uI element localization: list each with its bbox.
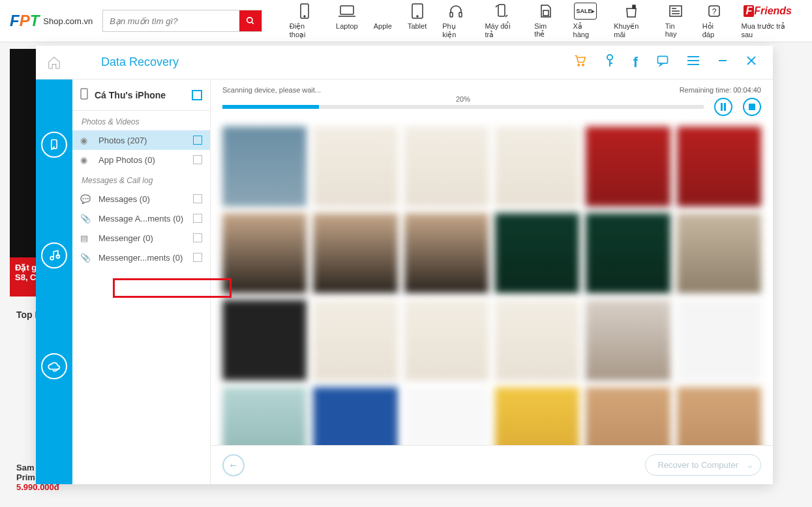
- svg-point-19: [578, 64, 580, 66]
- device-checkbox[interactable]: [192, 90, 202, 100]
- svg-rect-10: [498, 5, 505, 16]
- nav-promo[interactable]: Khuyến mãi: [606, 3, 657, 39]
- photo-thumb[interactable]: [404, 126, 489, 207]
- checkbox[interactable]: [193, 233, 202, 242]
- svg-rect-8: [450, 12, 453, 17]
- photo-thumb[interactable]: [495, 387, 579, 445]
- photo-thumb[interactable]: [222, 300, 307, 380]
- photo-thumb[interactable]: [404, 300, 489, 380]
- device-name: Cá Thu's iPhone: [95, 90, 166, 100]
- site-logo[interactable]: FPT Shop.com.vn: [10, 12, 93, 30]
- mode-itunes-icon[interactable]: [41, 242, 67, 268]
- svg-rect-12: [633, 5, 635, 8]
- search-input[interactable]: [103, 10, 239, 31]
- photo-thumb[interactable]: [495, 213, 579, 293]
- group-title: Photos & Videos: [72, 111, 210, 130]
- checkbox[interactable]: [193, 194, 202, 203]
- app-window: Data Recovery f Cá Thu's iPhone Photos &…: [36, 46, 773, 484]
- mode-icloud-icon[interactable]: [41, 353, 67, 379]
- site-header: FPT Shop.com.vn Điện thoại Laptop Apple …: [0, 0, 812, 42]
- photo-thumb[interactable]: [677, 213, 761, 293]
- feedback-icon[interactable]: [656, 54, 669, 70]
- category-sidebar: Cá Thu's iPhone Photos & Videos ◉ Photos…: [72, 80, 211, 484]
- key-icon[interactable]: [605, 54, 615, 70]
- camera-icon: ◉: [80, 155, 93, 165]
- sim-icon: [540, 3, 552, 20]
- photo-thumb[interactable]: [313, 387, 397, 445]
- nav-apple[interactable]: Apple: [366, 3, 400, 39]
- nav-phone[interactable]: Điện thoại: [282, 3, 328, 39]
- cat-msg-attachments[interactable]: 📎 Message A...ments (0): [72, 209, 210, 228]
- blue-sidebar: [36, 80, 72, 484]
- mode-device-icon[interactable]: [41, 132, 67, 158]
- nav-friends[interactable]: FFriendsMua trước trả sau: [733, 3, 802, 39]
- search-box: [102, 10, 262, 32]
- facebook-icon[interactable]: f: [633, 54, 638, 71]
- device-row[interactable]: Cá Thu's iPhone: [72, 80, 210, 111]
- app-title: Data Recovery: [101, 55, 179, 69]
- attachment-icon: 📎: [80, 253, 93, 263]
- progress-remaining: Remaining time: 00:04:40: [680, 86, 761, 94]
- photo-thumb[interactable]: [586, 387, 670, 445]
- nav-tablet[interactable]: Tablet: [400, 3, 434, 39]
- nav-news[interactable]: Tin hay: [657, 3, 695, 39]
- photo-thumb[interactable]: [677, 126, 761, 207]
- checkbox[interactable]: [193, 155, 202, 164]
- nav-exchange[interactable]: Máy đổi trả: [477, 3, 526, 39]
- laptop-icon: [338, 3, 355, 20]
- photo-thumb[interactable]: [313, 213, 397, 293]
- back-button[interactable]: ←: [222, 454, 245, 476]
- photo-thumb[interactable]: [586, 213, 670, 293]
- nav-accessories[interactable]: Phụ kiện: [434, 3, 477, 39]
- photo-thumb[interactable]: [677, 300, 761, 380]
- svg-rect-35: [721, 103, 723, 111]
- message-icon: 💬: [80, 194, 93, 204]
- checkbox[interactable]: [193, 253, 202, 262]
- phone-icon: [299, 3, 310, 20]
- menu-icon[interactable]: [687, 55, 699, 69]
- minimize-icon[interactable]: [717, 55, 728, 69]
- pause-button[interactable]: [714, 98, 732, 116]
- svg-point-7: [417, 16, 418, 17]
- sale-icon: SALE▸: [574, 3, 597, 20]
- cat-photos[interactable]: ◉ Photos (207): [72, 130, 210, 150]
- close-icon[interactable]: [746, 55, 757, 69]
- nav-laptop[interactable]: Laptop: [328, 3, 366, 39]
- friends-icon: FFriends: [744, 3, 792, 20]
- cart-icon[interactable]: [573, 54, 586, 70]
- home-button[interactable]: [36, 55, 72, 70]
- photo-thumb[interactable]: [222, 213, 307, 293]
- photo-thumb[interactable]: [404, 387, 489, 445]
- photo-thumb[interactable]: [495, 300, 579, 380]
- photo-thumb[interactable]: [313, 126, 397, 207]
- checkbox[interactable]: [193, 136, 202, 145]
- photo-thumb[interactable]: [586, 300, 670, 380]
- photo-thumb[interactable]: [677, 387, 761, 445]
- recover-button[interactable]: Recover to Computer: [645, 454, 761, 476]
- photo-thumb[interactable]: [222, 126, 307, 207]
- cat-messages[interactable]: 💬 Messages (0): [72, 189, 210, 209]
- question-icon: ?: [708, 3, 721, 20]
- svg-rect-24: [658, 56, 668, 63]
- cat-app-photos[interactable]: ◉ App Photos (0): [72, 150, 210, 169]
- nav-sim[interactable]: Sim thẻ: [526, 3, 565, 39]
- cat-messenger-attachments[interactable]: 📎 Messenger...ments (0): [72, 248, 210, 267]
- cat-messenger[interactable]: ▤ Messenger (0): [72, 228, 210, 248]
- photo-thumb[interactable]: [404, 213, 489, 293]
- top-nav: Điện thoại Laptop Apple Tablet Phụ kiện …: [282, 3, 802, 39]
- photo-thumb[interactable]: [313, 300, 397, 380]
- svg-rect-4: [340, 6, 353, 14]
- search-button[interactable]: [239, 10, 262, 31]
- checkbox[interactable]: [193, 214, 202, 223]
- svg-rect-11: [543, 10, 549, 16]
- svg-point-21: [607, 55, 612, 60]
- group-title: Messages & Call log: [72, 169, 210, 189]
- photo-thumb[interactable]: [222, 387, 307, 445]
- camera-icon: ◉: [80, 136, 93, 145]
- photo-thumb[interactable]: [586, 126, 670, 207]
- photo-thumb[interactable]: [495, 126, 579, 207]
- svg-rect-9: [459, 12, 462, 17]
- stop-button[interactable]: [743, 98, 761, 116]
- nav-faq[interactable]: ?Hỏi đáp: [695, 3, 734, 39]
- nav-sale[interactable]: SALE▸Xả hàng: [565, 3, 607, 39]
